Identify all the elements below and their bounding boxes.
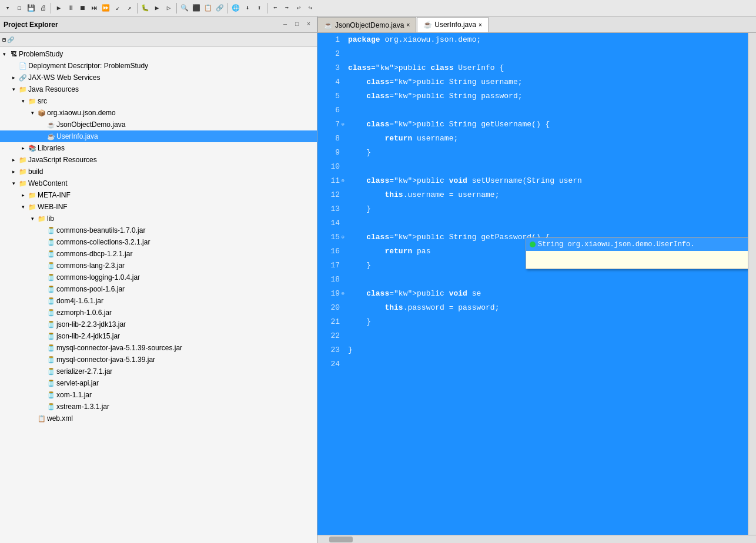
code-line-4: class="kw">public String username; — [343, 75, 748, 89]
toolbar-icon-6[interactable]: ↗ — [124, 3, 135, 14]
line-number-6: 6 — [317, 103, 340, 118]
tree-item-jar4[interactable]: 🫙commons-lang-2.3.jar — [0, 260, 317, 272]
toolbar-icon-16[interactable]: ↩ — [293, 3, 304, 14]
tree-item-jar14[interactable]: 🫙servlet-api.jar — [0, 377, 317, 389]
autocomplete-text: String org.xiaowu.json.demo.UserInfo. — [538, 240, 694, 249]
minimize-button[interactable]: — — [280, 20, 290, 29]
tree-item-jar6[interactable]: 🫙commons-pool-1.6.jar — [0, 283, 317, 295]
toolbar-icon-17[interactable]: ↪ — [305, 3, 316, 14]
tree-node-icon: 🔗 — [18, 74, 28, 82]
maximize-button[interactable]: □ — [292, 20, 302, 29]
tree-item-jar5[interactable]: 🫙commons-logging-1.0.4.jar — [0, 272, 317, 283]
code-editor[interactable]: 123456789101112131415161718192021222324 … — [317, 33, 756, 535]
toolbar-icon-13[interactable]: ⬆ — [254, 3, 265, 14]
tree-item-webxml[interactable]: 📋web.xml — [0, 413, 317, 424]
toolbar-icon-7[interactable]: 🔍 — [179, 3, 190, 14]
horizontal-scrollbar[interactable] — [317, 535, 756, 543]
tree-item-jar12[interactable]: 🫙mysql-connector-java-5.1.39.jar — [0, 354, 317, 366]
toolbar-icon-2[interactable]: ◻ — [14, 3, 25, 14]
close-panel-button[interactable]: × — [304, 20, 313, 29]
tab-icon-json: ☕ — [324, 21, 333, 29]
tree-node-icon: 🫙 — [46, 344, 56, 352]
toolbar-icon-stop[interactable]: ⏹ — [77, 3, 88, 14]
tree-item-deployment[interactable]: 📄Deployment Descriptor: ProblemStudy — [0, 60, 317, 72]
tree-item-jar10[interactable]: 🫙json-lib-2.4-jdk15.jar — [0, 330, 317, 342]
tree-item-label: org.xiaowu.json.demo — [47, 109, 116, 117]
toolbar-icon-10[interactable]: 🔗 — [215, 3, 225, 14]
toolbar-icon-run3[interactable]: ▷ — [163, 3, 174, 14]
autocomplete-item[interactable]: String org.xiaowu.json.demo.UserInfo. — [526, 238, 748, 251]
tree-item-src[interactable]: ▾📁src — [0, 95, 317, 107]
tree-node-icon: 🫙 — [46, 239, 56, 246]
tree-item-jaxws[interactable]: ▸🔗JAX-WS Web Services — [0, 72, 317, 83]
line-number-21: 21 — [317, 315, 340, 329]
toolbar-icon-5[interactable]: ↙ — [112, 3, 123, 14]
tree-item-lib[interactable]: ▾📁lib — [0, 213, 317, 224]
tree-item-jar2[interactable]: 🫙commons-collections-3.2.1.jar — [0, 236, 317, 248]
code-content[interactable]: package org.xiaowu.json.demo; class="kw"… — [343, 33, 748, 535]
tree-item-web-inf[interactable]: ▾📁WEB-INF — [0, 201, 317, 213]
tab-userinfo[interactable]: ☕ UserInfo.java × — [417, 17, 489, 32]
toolbar-icon-skip2[interactable]: ⏩ — [101, 3, 111, 14]
toolbar-icon-12[interactable]: ⬇ — [242, 3, 253, 14]
toolbar-icon-9[interactable]: 📋 — [203, 3, 213, 14]
toolbar-icon-8[interactable]: ⬛ — [191, 3, 202, 14]
tree-item-UserInfo[interactable]: ☕UserInfo.java — [0, 130, 317, 142]
tree-item-jar7[interactable]: 🫙dom4j-1.6.1.jar — [0, 295, 317, 307]
tab-close-json[interactable]: × — [406, 22, 410, 28]
tree-item-label: web.xml — [47, 414, 73, 423]
tree-item-label: mysql-connector-java-5.1.39-sources.jar — [56, 344, 182, 352]
tree-item-problemstudy[interactable]: ▾🏗ProblemStudy — [0, 48, 317, 60]
tree-item-label: xstream-1.3.1.jar — [56, 403, 109, 411]
toolbar-icon-run2[interactable]: ▶ — [152, 3, 162, 14]
toolbar-icon-debug[interactable]: 🐛 — [140, 3, 150, 14]
autocomplete-dot-icon — [530, 242, 536, 247]
code-line-7: class="kw">public String getUsername() { — [343, 118, 748, 132]
code-line-14 — [343, 216, 748, 230]
toolbar-icon-skip[interactable]: ⏭ — [89, 3, 99, 14]
tree-item-JsonObjectDemo[interactable]: ☕JsonObjectDemo.java — [0, 119, 317, 130]
tree-arrow-icon: ▾ — [28, 216, 36, 222]
code-lines: package org.xiaowu.json.demo; class="kw"… — [343, 33, 748, 535]
tree-item-java-resources[interactable]: ▾📁Java Resources — [0, 83, 317, 95]
tree-item-org.xiaowu[interactable]: ▾📦org.xiaowu.json.demo — [0, 107, 317, 119]
editor-panel: ☕ JsonObjectDemo.java × ☕ UserInfo.java … — [317, 16, 756, 543]
tree-item-jar3[interactable]: 🫙commons-dbcp-1.2.1.jar — [0, 248, 317, 260]
toolbar-icon-save[interactable]: 💾 — [26, 3, 36, 14]
tree-node-icon: 🫙 — [46, 368, 56, 376]
tree-node-icon: 🫙 — [46, 274, 56, 281]
tree-item-jar13[interactable]: 🫙serializer-2.7.1.jar — [0, 366, 317, 377]
main-container: ▾ ◻ 💾 🖨 ▶ ⏸ ⏹ ⏭ ⏩ ↙ ↗ 🐛 ▶ ▷ 🔍 ⬛ 📋 🔗 🌐 ⬇ … — [0, 0, 756, 543]
link-editor-icon[interactable]: 🔗 — [7, 36, 14, 43]
tree-item-build[interactable]: ▸📁build — [0, 166, 317, 177]
tab-jsonobjectdemo[interactable]: ☕ JsonObjectDemo.java × — [317, 17, 416, 32]
tree-item-meta-inf[interactable]: ▸📁META-INF — [0, 189, 317, 201]
toolbar-icon-run[interactable]: ▶ — [53, 3, 64, 14]
tree-item-js-resources[interactable]: ▸📁JavaScript Resources — [0, 154, 317, 166]
tree-item-jar9[interactable]: 🫙json-lib-2.2.3-jdk13.jar — [0, 319, 317, 330]
line-number-11: 11 — [317, 174, 340, 188]
line-number-2: 2 — [317, 47, 340, 61]
tab-close-userinfo[interactable]: × — [479, 22, 482, 28]
tab-icon-userinfo: ☕ — [423, 21, 432, 29]
tree-item-jar11[interactable]: 🫙mysql-connector-java-5.1.39-sources.jar — [0, 342, 317, 354]
collapse-all-icon[interactable]: ⊟ — [2, 36, 6, 43]
toolbar-icon-print[interactable]: 🖨 — [38, 3, 48, 14]
tree-item-webcontent[interactable]: ▾📁WebContent — [0, 177, 317, 189]
toolbar-icon-11[interactable]: 🌐 — [230, 3, 241, 14]
vertical-scrollbar[interactable] — [748, 33, 756, 535]
project-tree[interactable]: ▾🏗ProblemStudy📄Deployment Descriptor: Pr… — [0, 47, 317, 543]
scroll-thumb[interactable] — [329, 537, 353, 542]
toolbar-icon-14[interactable]: ⬅ — [270, 3, 280, 14]
tree-item-jar16[interactable]: 🫙xstream-1.3.1.jar — [0, 401, 317, 413]
tree-item-jar15[interactable]: 🫙xom-1.1.jar — [0, 389, 317, 401]
tree-item-jar8[interactable]: 🫙ezmorph-1.0.6.jar — [0, 307, 317, 319]
toolbar-icon-1[interactable]: ▾ — [2, 3, 13, 14]
code-line-24 — [343, 357, 748, 371]
toolbar-icon-15[interactable]: ➡ — [282, 3, 292, 14]
code-line-20: this.password = password; — [343, 301, 748, 315]
tree-item-jar1[interactable]: 🫙commons-beanutils-1.7.0.jar — [0, 224, 317, 236]
toolbar-icon-pause[interactable]: ⏸ — [65, 3, 76, 14]
tree-node-icon: 🫙 — [46, 380, 56, 387]
tree-item-libraries[interactable]: ▸📚Libraries — [0, 142, 317, 154]
